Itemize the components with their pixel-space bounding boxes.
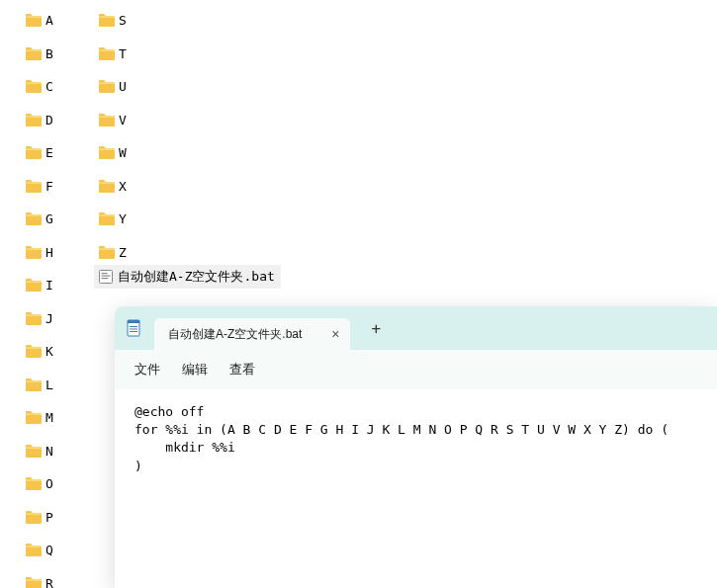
folder-icon (26, 279, 42, 292)
folder-label: W (119, 145, 127, 160)
folder-item[interactable]: P (26, 501, 53, 535)
folder-label: E (45, 145, 53, 160)
folder-item[interactable]: R (26, 567, 53, 589)
folder-label: P (45, 510, 53, 525)
folder-item[interactable]: L (26, 369, 53, 402)
folder-label: M (45, 410, 53, 425)
folder-icon (26, 577, 42, 588)
folder-item[interactable]: Z (99, 236, 127, 270)
folder-label: U (119, 79, 127, 94)
folder-item[interactable]: H (26, 236, 53, 270)
folder-item[interactable]: D (26, 104, 53, 137)
close-icon[interactable]: × (331, 327, 339, 341)
folder-label: T (119, 46, 127, 61)
folder-icon (26, 345, 42, 358)
folder-item[interactable]: A (26, 4, 53, 38)
folder-item[interactable]: I (26, 269, 53, 302)
folder-label: L (45, 378, 53, 392)
tab-title: 自动创建A-Z空文件夹.bat (168, 326, 302, 343)
editor-text-area[interactable]: @echo off for %%i in (A B C D E F G H I … (115, 389, 717, 489)
folder-label: J (45, 311, 53, 326)
folder-item[interactable]: T (99, 38, 127, 71)
folder-item[interactable]: X (99, 170, 127, 204)
folder-icon (99, 246, 115, 259)
svg-rect-2 (102, 276, 111, 277)
folder-icon (26, 511, 42, 524)
folder-icon (99, 14, 115, 27)
folder-label: Q (45, 543, 53, 557)
folder-icon (99, 80, 115, 93)
folder-label: V (119, 113, 127, 127)
svg-rect-5 (128, 320, 139, 323)
svg-rect-0 (100, 271, 113, 284)
folder-label: B (45, 46, 53, 61)
folder-label: R (45, 576, 53, 588)
folder-item[interactable]: Y (99, 203, 127, 236)
folder-item[interactable]: K (26, 335, 53, 369)
folder-item[interactable]: M (26, 401, 53, 435)
folder-item[interactable]: E (26, 136, 53, 170)
folder-icon (26, 180, 42, 193)
folder-icon (26, 544, 42, 556)
folder-column-2: STUVWXYZ (99, 4, 127, 269)
folder-icon (26, 114, 42, 126)
folder-label: K (45, 344, 53, 359)
folder-item[interactable]: B (26, 38, 53, 71)
folder-label: Y (119, 211, 127, 226)
bat-file-item[interactable]: 自动创建A-Z空文件夹.bat (94, 265, 281, 289)
folder-item[interactable]: V (99, 104, 127, 137)
folder-icon (26, 378, 42, 391)
folder-column-1: ABCDEFGHIJKLMNOPQR (26, 4, 53, 588)
folder-item[interactable]: O (26, 467, 53, 501)
svg-rect-6 (130, 326, 137, 327)
folder-label: N (45, 444, 53, 459)
editor-tab[interactable]: 自动创建A-Z空文件夹.bat × (154, 318, 350, 350)
folder-icon (26, 477, 42, 490)
editor-menubar: 文件 编辑 查看 (115, 350, 717, 389)
folder-label: A (45, 13, 53, 28)
folder-label: O (45, 476, 53, 491)
folder-label: G (45, 211, 53, 226)
editor-window: 自动创建A-Z空文件夹.bat × + 文件 编辑 查看 @echo off f… (115, 306, 717, 588)
folder-label: C (45, 79, 53, 94)
folder-icon (26, 212, 42, 225)
folder-icon (26, 445, 42, 458)
folder-icon (26, 146, 42, 159)
bat-file-label: 自动创建A-Z空文件夹.bat (118, 268, 275, 286)
svg-rect-1 (102, 273, 108, 274)
menu-view[interactable]: 查看 (229, 361, 255, 378)
folder-item[interactable]: U (99, 70, 127, 104)
folder-label: I (45, 278, 53, 293)
folder-icon (99, 212, 115, 225)
folder-icon (26, 246, 42, 259)
folder-icon (26, 47, 42, 60)
folder-icon (26, 411, 42, 424)
folder-item[interactable]: F (26, 170, 53, 204)
menu-file[interactable]: 文件 (134, 361, 160, 378)
svg-rect-3 (102, 278, 109, 279)
new-tab-button[interactable]: + (372, 319, 382, 338)
folder-item[interactable]: C (26, 70, 53, 104)
editor-titlebar: 自动创建A-Z空文件夹.bat × + (115, 306, 717, 350)
folder-item[interactable]: W (99, 136, 127, 170)
folder-item[interactable]: J (26, 302, 53, 336)
folder-icon (99, 47, 115, 60)
folder-item[interactable]: Q (26, 534, 53, 567)
notepad-icon (125, 319, 142, 337)
folder-icon (26, 14, 42, 27)
folder-label: F (45, 179, 53, 194)
folder-item[interactable]: N (26, 435, 53, 468)
svg-rect-7 (130, 329, 137, 330)
svg-rect-8 (130, 331, 137, 332)
folder-label: H (45, 245, 53, 260)
folder-item[interactable]: G (26, 203, 53, 236)
folder-label: X (119, 179, 127, 194)
folder-item[interactable]: S (99, 4, 127, 38)
menu-edit[interactable]: 编辑 (182, 361, 208, 378)
folder-icon (26, 312, 42, 325)
folder-icon (99, 180, 115, 193)
folder-label: D (45, 113, 53, 127)
folder-icon (26, 80, 42, 93)
folder-label: S (119, 13, 127, 28)
folder-label: Z (119, 245, 127, 260)
